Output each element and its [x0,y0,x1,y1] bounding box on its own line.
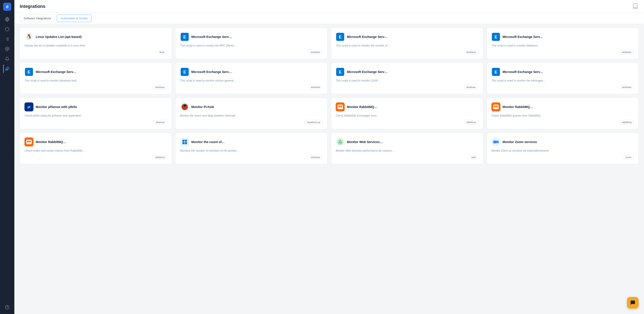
svg-text:E: E [339,70,342,74]
card-pfsense-pfinfo[interactable]: pf Monitor pfSense with pfInfo Check pfI… [20,98,172,129]
svg-text:E: E [183,35,186,39]
card-desc-rabbitmq-exchanges: Check RabbitMQ Exchanges from… [336,114,478,118]
card-desc-ms-exchange-database: This script is used to monitor database… [492,44,634,48]
svg-rect-45 [182,140,184,142]
card-title-zoom: Monitor Zoom services [503,140,537,144]
puzzle-icon[interactable] [3,65,11,73]
card-tag-ms-exchange-db-fault: windows [152,85,167,89]
card-icon-zoom [492,137,500,146]
card-ms-exchange-number[interactable]: E Microsoft Exchange Serv… This script i… [331,28,483,59]
svg-rect-37 [493,105,498,109]
card-title-rabbitmq-nodes: Monitor RabbitMQ… [36,140,66,144]
svg-rect-53 [493,141,497,143]
svg-rect-46 [185,140,187,142]
card-title-ms-exchange-db-fault: Microsoft Exchange Serv… [36,70,76,74]
card-icon-pfsense-pfinfo: pf [24,102,34,111]
card-desc-ms-exchange-number: This script is used to monitor the numbe… [336,44,478,48]
card-tag-pfsense-pfinfo: pfsense [154,120,167,124]
cube-icon[interactable] [3,25,11,33]
card-desc-ms-exchange-db-fault: This script is used to monitor database … [24,79,167,83]
cards-grid: 🐧 Linux Updates List (apt-based) Display… [20,28,638,164]
sidebar-logo[interactable]: d [3,3,11,11]
svg-rect-33 [338,105,343,109]
card-desc-pihole: Monitor the status and daily statistics … [180,114,323,118]
card-header: Monitor RabbitMQ… [336,102,478,111]
svg-rect-34 [338,106,340,107]
card-web-services[interactable]: Monitor Web Services… Monitor Web Servic… [331,133,483,164]
card-header: E Microsoft Exchange Serv… [492,67,634,76]
card-header: Monitor Zoom services [492,137,634,146]
svg-text:E: E [339,35,342,39]
svg-point-7 [6,48,8,50]
card-icon-rabbitmq-nodes [24,137,34,146]
card-desc-rabbitmq-queues: Check RabbitMQ queues from RabbitMQ… [492,114,634,118]
card-desc-linux-updates: Display the list of Updates available in… [24,44,167,48]
card-title-ms-exchange-messages: Microsoft Exchange Serv… [503,70,543,74]
card-title-ms-exchange-ldap: Microsoft Exchange Serv… [347,70,388,74]
card-ms-exchange-rpc[interactable]: E Microsoft Exchange Serv… This script i… [176,28,328,59]
card-title-pihole: Monitor Pi-hole [192,105,214,109]
bell-icon[interactable] [3,55,11,63]
card-desc-ms-exchange-rpc: This script is used to monitor the RPC (… [180,44,323,48]
card-header: Monitor the count of… [180,137,323,146]
card-ms-exchange-ldap[interactable]: E Microsoft Exchange Serv… This script i… [331,63,483,94]
svg-rect-35 [340,106,342,107]
at-icon[interactable] [3,45,11,53]
card-header: E Microsoft Exchange Serv… [336,67,478,76]
book-icon[interactable] [632,3,638,10]
svg-text:E: E [494,70,497,74]
card-ms-exchange-database[interactable]: E Microsoft Exchange Serv… This script i… [487,28,639,59]
tab-software-integrations[interactable]: Software Integrations [20,15,55,22]
card-linux-updates[interactable]: 🐧 Linux Updates List (apt-based) Display… [20,28,172,59]
card-header: E Microsoft Exchange Serv… [336,32,478,41]
card-title-rabbitmq-queues: Monitor RabbitMQ… [503,105,533,109]
card-desc-rabbitmq-nodes: Check nodes and cluster metrics from Rab… [24,149,167,153]
card-header: E Microsoft Exchange Serv… [180,67,323,76]
tab-automation-scripts[interactable]: Automation & Scripts [57,15,92,22]
cards-grid-area: 🐧 Linux Updates List (apt-based) Display… [14,24,644,314]
card-title-rabbitmq-exchanges: Monitor RabbitMQ… [347,105,377,109]
card-header: Monitor Web Services… [336,137,478,146]
card-ad-members[interactable]: Monitor the count of… Monitors the numbe… [176,133,328,164]
card-rabbitmq-queues[interactable]: Monitor RabbitMQ… Check RabbitMQ queues … [487,98,639,129]
list-icon[interactable] [3,35,11,43]
card-rabbitmq-exchanges[interactable]: Monitor RabbitMQ… Check RabbitMQ Exchang… [331,98,483,129]
sidebar: d [0,0,14,314]
card-icon-rabbitmq-exchanges [336,102,345,111]
svg-rect-47 [182,142,184,144]
card-desc-web-services: Monitor Web Services performance by meas… [336,149,478,153]
svg-text:🐧: 🐧 [26,34,32,39]
card-icon-ms-exchange-general: E [180,67,189,76]
card-ms-exchange-db-fault[interactable]: E Microsoft Exchange Serv… This script i… [20,63,172,94]
svg-rect-41 [26,140,32,144]
svg-rect-44 [180,137,189,146]
card-ms-exchange-general[interactable]: E Microsoft Exchange Serv… This script i… [176,63,328,94]
main-content: Integrations Software Integrations Autom… [14,0,644,314]
card-desc-pfsense-pfinfo: Check pfInfo using the pfSense web appli… [24,114,167,118]
card-icon-ms-exchange-rpc: E [180,32,189,41]
card-tag-ms-exchange-general: windows [308,85,323,89]
card-title-ms-exchange-general: Microsoft Exchange Serv… [192,70,232,74]
card-pihole[interactable]: Monitor Pi-hole Monitor the status and d… [176,98,328,129]
globe-icon[interactable] [3,15,11,23]
card-icon-ms-exchange-db-fault: E [24,67,34,76]
card-ms-exchange-messages[interactable]: E Microsoft Exchange Serv… This script i… [487,63,639,94]
chat-fab-button[interactable] [627,297,638,308]
svg-text:E: E [183,70,186,74]
header: Integrations [14,0,644,13]
card-tag-ms-exchange-database: windows [620,50,634,54]
svg-point-51 [339,141,341,143]
card-zoom[interactable]: Monitor Zoom services Monitor Zoom.us se… [487,133,639,164]
card-title-ms-exchange-number: Microsoft Exchange Serv… [347,35,388,39]
svg-text:E: E [28,70,30,74]
card-header: E Microsoft Exchange Serv… [180,32,323,41]
card-header: Monitor RabbitMQ… [24,137,167,146]
card-title-linux-updates: Linux Updates List (apt-based) [36,35,82,39]
card-desc-ms-exchange-messages: This script is used to monitor the messa… [492,79,634,83]
card-icon-ms-exchange-ldap: E [336,67,345,76]
card-rabbitmq-nodes[interactable]: Monitor RabbitMQ… Check nodes and cluste… [20,133,172,164]
help-icon[interactable] [3,303,11,311]
sidebar-nav [3,15,11,311]
card-header: E Microsoft Exchange Serv… [24,67,167,76]
card-header: Monitor RabbitMQ… [492,102,634,111]
